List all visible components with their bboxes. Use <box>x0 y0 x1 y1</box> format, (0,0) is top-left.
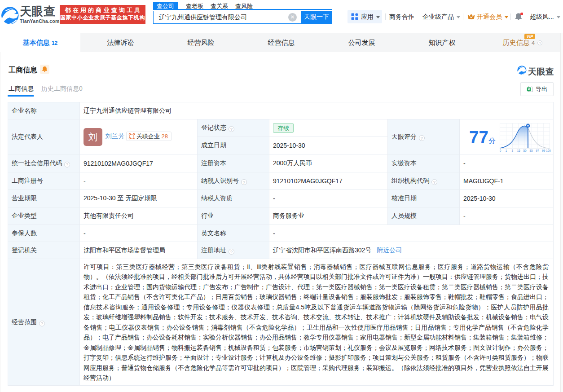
svg-text:1: 1 <box>506 149 507 152</box>
svg-text:50: 50 <box>523 149 527 152</box>
svg-text:100: 100 <box>546 149 551 152</box>
svg-text:15: 15 <box>517 149 521 152</box>
svg-text:99: 99 <box>542 149 545 152</box>
svg-text:0: 0 <box>500 149 501 152</box>
svg-text:85: 85 <box>529 149 533 152</box>
svg-text:97: 97 <box>536 149 539 152</box>
svg-text:3: 3 <box>512 149 514 152</box>
